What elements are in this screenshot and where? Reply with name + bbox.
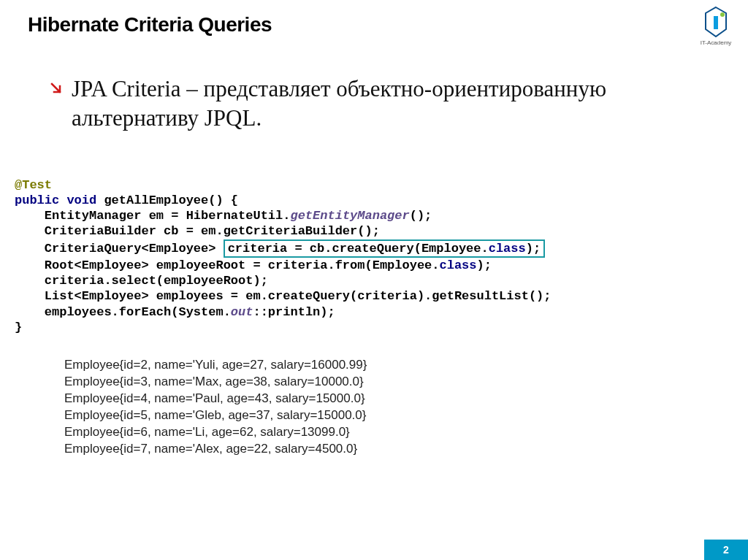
code-keyword: public void xyxy=(15,193,104,207)
logo: IT-Academy xyxy=(697,6,735,50)
code-text: employees.forEach(System. xyxy=(15,305,231,319)
code-text: criteria = cb.createQuery(Employee. xyxy=(228,242,489,256)
slide-header: Hibernate Criteria Queries xyxy=(0,0,748,37)
svg-rect-0 xyxy=(714,16,718,29)
code-text: } xyxy=(15,321,22,334)
arrow-down-right-icon xyxy=(50,82,63,95)
code-static-field: out xyxy=(231,305,253,319)
code-text: getAllEmployee() { xyxy=(104,193,238,207)
code-keyword: class xyxy=(440,258,477,272)
bullet-text: JPA Criteria – представляет объектно-ори… xyxy=(72,74,656,134)
code-text: ); xyxy=(526,242,541,256)
code-text: Root<Employee> employeeRoot = criteria.f… xyxy=(15,258,440,272)
code-text: ::println); xyxy=(253,305,335,319)
highlight-box: criteria = cb.createQuery(Employee.class… xyxy=(224,239,545,258)
code-text: List<Employee> employees = em.createQuer… xyxy=(15,289,552,303)
code-keyword: class xyxy=(489,242,526,256)
output-line: Employee{id=5, name='Gleb, age=37, salar… xyxy=(64,407,748,424)
output-block: Employee{id=2, name='Yuli, age=27, salar… xyxy=(64,357,748,458)
code-annotation: @Test xyxy=(15,178,52,192)
code-block: @Test public void getAllEmployee() { Ent… xyxy=(15,177,748,336)
slide-title: Hibernate Criteria Queries xyxy=(28,13,748,37)
output-line: Employee{id=2, name='Yuli, age=27, salar… xyxy=(64,357,748,374)
code-text: (); xyxy=(410,209,432,223)
code-text: CriteriaQuery<Employee> xyxy=(15,242,224,256)
output-line: Employee{id=3, name='Max, age=38, salary… xyxy=(64,374,748,391)
code-static-call: getEntityManager xyxy=(290,209,409,223)
output-line: Employee{id=6, name='Li, age=62, salary=… xyxy=(64,424,748,441)
svg-point-1 xyxy=(720,12,725,17)
output-line: Employee{id=7, name='Alex, age=22, salar… xyxy=(64,441,748,458)
logo-icon xyxy=(700,6,732,38)
code-text: criteria.select(employeeRoot); xyxy=(15,274,268,288)
logo-caption: IT-Academy xyxy=(701,39,732,46)
code-text: CriteriaBuilder cb = em.getCriteriaBuild… xyxy=(15,224,380,238)
code-text: ); xyxy=(477,258,492,272)
bullet-item: JPA Criteria – представляет объектно-ори… xyxy=(50,74,748,134)
output-line: Employee{id=4, name='Paul, age=43, salar… xyxy=(64,391,748,407)
code-text: EntityManager em = HibernateUtil. xyxy=(15,209,290,223)
page-number: 2 xyxy=(704,540,748,560)
